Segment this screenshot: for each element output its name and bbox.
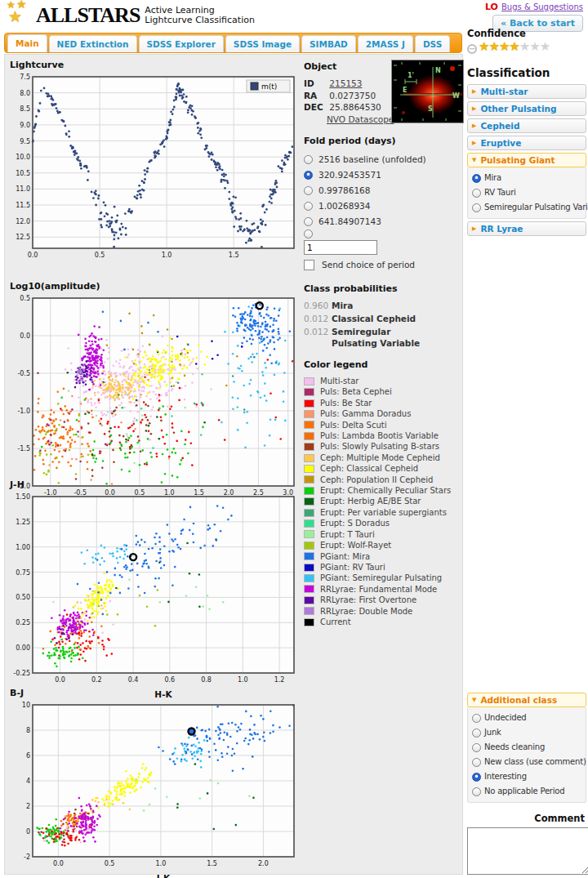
app-subtitle: Active Learning Lightcurve Classificatio… [145,6,255,25]
svg-text:1.50: 1.50 [16,493,30,501]
plot-title: Log10(amplitude) [10,281,304,292]
radio-option-label: Semiregular Pulsating Variable [484,200,588,215]
radio-icon [304,155,313,164]
fold-period-option[interactable]: 2516 baseline (unfolded) [304,152,462,167]
legend-color-swatch [304,497,314,506]
fold-period-custom-input[interactable] [304,240,377,255]
svg-text:2.0: 2.0 [258,860,269,867]
classification-group-header[interactable]: ▶ Multi-star [467,84,586,99]
legend-label: Erupt: S Doradus [320,518,390,528]
additional-class-option[interactable]: No applicable Period [472,784,584,799]
svg-text:0.0: 0.0 [20,332,30,340]
confidence-star-icon[interactable]: ★ [499,39,509,54]
tab[interactable]: SIMBAD [301,35,356,52]
svg-text:-1.5: -1.5 [17,445,30,452]
legend-color-swatch [304,399,314,408]
classification-option[interactable]: Mira [472,171,584,185]
tab[interactable]: SDSS Explorer [139,35,224,52]
tab[interactable]: DSS [415,35,450,52]
svg-text:-0.25: -0.25 [13,670,30,677]
bj-jk-panel: B-J 0.00.51.01.52.01086420-2 J-K [8,688,304,878]
legend-label: RRLyrae: Double Mode [320,606,412,617]
additional-class-option[interactable]: Junk [472,725,584,740]
additional-class-option[interactable]: Needs cleaning [472,740,584,755]
svg-text:9.5: 9.5 [20,138,30,145]
svg-text:-1.0: -1.0 [17,408,30,415]
classification-option[interactable]: Semiregular Pulsating Variable [472,200,584,215]
confidence-star-icon[interactable]: ★ [540,39,550,54]
tab[interactable]: NED Extinction [49,35,137,52]
svg-text:1.25: 1.25 [16,519,30,526]
svg-text:2: 2 [26,803,30,810]
legend-label: Erupt: T Tauri [320,529,375,540]
accordion-arrow-icon: ▼ [472,697,476,703]
tab[interactable]: Main [7,34,47,52]
confidence-star-icon[interactable]: ★ [479,39,488,54]
legend-color-swatch [304,596,314,604]
fold-period-option[interactable]: 641.84907143 [304,214,462,230]
confidence-star-icon[interactable]: ★ [519,39,529,54]
classification-group-header[interactable]: ▶ Cepheid [467,118,586,133]
classification-option[interactable]: RV Tauri [472,185,584,200]
fold-period-option[interactable]: 1.00268934 [304,198,462,214]
fold-period-option[interactable]: 0.99786168 [304,183,462,198]
object-info-column: Object ID 215153 RA 0.0273750 DEC 25.886… [304,58,462,627]
legend-color-swatch [304,421,314,429]
compass-east-label: E [403,87,407,94]
legend-label: Puls: Delta Scuti [320,420,386,430]
legend-label: Ceph: Classical Cepheid [320,463,418,474]
radio-option-label: Interesting [484,769,527,784]
probability-value: 0.012 [304,326,332,349]
plot-title: Lightcurve [10,60,304,70]
legend-label: RRLyrae: Fundamental Mode [320,584,437,595]
object-id-link[interactable]: 215153 [329,78,362,88]
classification-group-options: Mira RV Tauri Semiregular Pulsating Vari… [467,167,586,219]
legend-item: Puls: Gamma Doradus [304,408,462,419]
confidence-cancel-icon[interactable]: − [467,44,477,54]
tab[interactable]: SDSS Image [225,35,300,52]
nvo-datascope-link[interactable]: NVO Datascope [327,114,394,124]
tab[interactable]: 2MASS J [358,35,413,52]
plot-title: J-H [10,479,304,490]
classification-group-header[interactable]: ▼ Pulsating Giant [467,153,586,167]
bugs-suggestions-link[interactable]: Bugs & Suggestions [501,2,583,11]
confidence-star-icon[interactable]: ★ [509,39,519,54]
tab-label: SIMBAD [310,39,348,49]
radio-option-label: Needs cleaning [484,740,545,755]
accordion-arrow-icon: ▶ [472,88,476,95]
radio-option-label: New class (use comment) [484,755,586,769]
legend-color-swatch [304,530,314,538]
comment-textarea[interactable] [467,827,588,875]
legend-item: Ceph: Classical Cepheid [304,463,462,474]
additional-class-column: ▼ Additional class Undecided Junk Needs … [467,690,586,878]
radio-icon [472,203,481,212]
send-period-checkbox-row[interactable]: Send choice of period [304,257,462,273]
legend-item: Multi-star [304,376,462,386]
legend-item: RRLyrae: Fundamental Mode [304,584,462,595]
additional-class-option[interactable]: New class (use comment) [472,755,584,769]
classification-group-label: Cepheid [480,121,519,131]
radio-option-label: RV Tauri [484,185,516,200]
confidence-title: Confidence [467,28,586,39]
legend-color-swatch [304,443,314,451]
classification-group-header[interactable]: ▶ Other Pulsating [467,101,586,116]
additional-class-header[interactable]: ▼ Additional class [467,693,586,707]
legend-color-swatch [304,618,314,626]
svg-text:0.00: 0.00 [16,644,30,652]
confidence-star-icon[interactable]: ★ [529,39,539,54]
additional-class-option[interactable]: Undecided [472,711,584,725]
accordion-arrow-icon: ▶ [472,140,476,146]
svg-text:11.0: 11.0 [16,185,30,193]
legend-item: Erupt: Herbig AE/BE Star [304,496,462,506]
additional-class-option[interactable]: Interesting [472,769,584,784]
legend-color-swatch [304,519,314,528]
classification-group-header[interactable]: ▶ Eruptive [467,136,586,150]
fold-period-option[interactable]: 320.92453571 [304,167,462,183]
accordion-arrow-icon: ▶ [472,225,476,232]
additional-class-header: ▼ Additional class [467,693,586,707]
svg-text:7.5: 7.5 [20,74,30,81]
fold-period-option[interactable] [304,230,462,238]
classification-group-header[interactable]: ▶ RR Lyrae [467,221,586,236]
legend-item: Ceph: Population II Cepheid [304,475,462,485]
confidence-star-icon[interactable]: ★ [488,39,498,54]
